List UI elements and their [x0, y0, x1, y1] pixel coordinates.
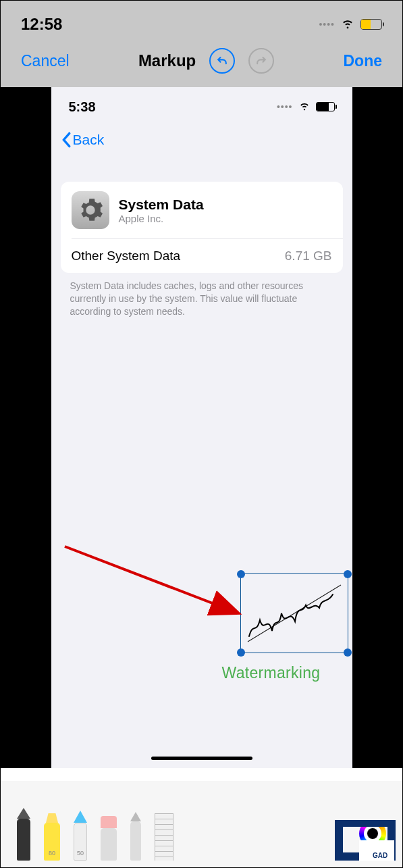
arrow-annotation	[58, 540, 261, 641]
eraser-tool[interactable]	[101, 816, 117, 861]
resize-handle-tl[interactable]	[237, 570, 245, 578]
pen-tool[interactable]	[17, 808, 30, 861]
inner-battery-icon	[316, 102, 335, 111]
home-indicator	[151, 757, 252, 760]
row-label: Other System Data	[72, 249, 181, 263]
markup-canvas[interactable]: 5:38 •••• Back System Data	[1, 87, 402, 768]
markup-tool-tray: 80 50 GAD	[1, 781, 402, 867]
cell-dots-icon: ••••	[319, 19, 335, 30]
settings-card: System Data Apple Inc. Other System Data…	[61, 182, 343, 273]
back-button: Back	[51, 118, 352, 155]
battery-icon	[360, 19, 382, 30]
outer-clock: 12:58	[21, 15, 62, 34]
undo-button[interactable]	[209, 48, 235, 74]
row-value: 6.71 GB	[285, 249, 332, 263]
edited-screenshot: 5:38 •••• Back System Data	[51, 87, 352, 768]
outer-status-icons: ••••	[319, 16, 382, 33]
outer-status-bar: 12:58 ••••	[1, 1, 402, 41]
ruler-tool[interactable]	[155, 813, 173, 861]
inner-wifi-icon	[298, 99, 311, 114]
pencil-size: 50	[77, 850, 84, 857]
highlighter-tool[interactable]: 80	[44, 813, 60, 861]
inner-cell-dots-icon: ••••	[277, 101, 293, 112]
inner-clock: 5:38	[69, 99, 96, 115]
back-label: Back	[73, 132, 105, 148]
settings-gear-icon	[72, 191, 109, 229]
inner-status-bar: 5:38 ••••	[51, 87, 352, 118]
footnote-text: System Data includes caches, logs and ot…	[51, 273, 352, 325]
svg-line-1	[65, 546, 237, 613]
card-vendor: Apple Inc.	[119, 213, 204, 224]
watermark-logo: GAD	[335, 820, 396, 862]
resize-handle-tr[interactable]	[344, 570, 352, 578]
storage-row: Other System Data 6.71 GB	[61, 239, 343, 273]
wifi-icon	[340, 16, 355, 33]
svg-text:GAD: GAD	[373, 852, 387, 859]
resize-handle-br[interactable]	[344, 648, 352, 657]
signature-selection[interactable]	[240, 573, 348, 653]
cancel-button[interactable]: Cancel	[21, 52, 70, 70]
done-button[interactable]: Done	[344, 52, 383, 70]
resize-handle-bl[interactable]	[237, 648, 245, 657]
watermark-text-label[interactable]: Watermarking	[222, 664, 321, 682]
highlighter-size: 80	[49, 850, 55, 857]
redo-button[interactable]	[248, 48, 274, 74]
pencil-tool[interactable]: 50	[74, 811, 87, 861]
markup-title: Markup	[138, 51, 196, 70]
card-title: System Data	[119, 197, 204, 213]
signature-drawing[interactable]	[241, 574, 348, 653]
lasso-tool[interactable]	[130, 812, 141, 861]
markup-header: Cancel Markup Done	[1, 41, 402, 87]
